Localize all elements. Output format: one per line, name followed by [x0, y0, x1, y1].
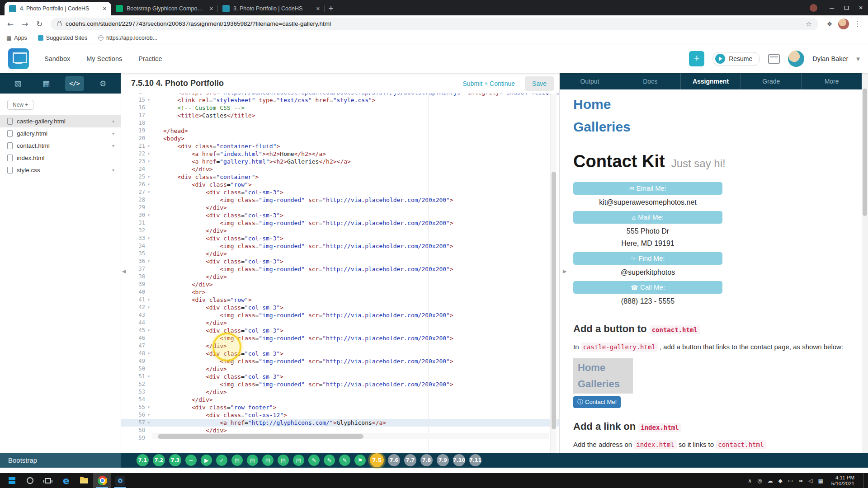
collapse-right-arrow[interactable]: ▶ — [563, 268, 566, 274]
calendar-icon[interactable]: ▦ — [37, 76, 56, 91]
browser-profile-icon[interactable] — [810, 4, 817, 12]
tab-grade[interactable]: Grade — [741, 73, 802, 89]
chevron-down-icon[interactable]: ▾ — [112, 119, 114, 124]
schedule-icon[interactable] — [768, 54, 780, 64]
fold-icon[interactable]: ▾ — [145, 142, 152, 150]
lesson-7.6[interactable]: 7.6 — [388, 454, 400, 466]
preview-home-link[interactable]: Home — [573, 97, 850, 112]
chevron-down-icon[interactable]: ▼ — [856, 56, 860, 61]
tab-close-icon[interactable]: ✕ — [209, 6, 213, 12]
fold-icon[interactable]: ▾ — [145, 158, 152, 165]
maximize-button[interactable] — [839, 0, 854, 15]
fold-icon[interactable] — [145, 196, 152, 204]
reload-button[interactable]: ↻ — [33, 18, 45, 30]
url-text[interactable]: codehs.com/student/2297743/section/20063… — [66, 20, 802, 27]
fold-icon[interactable]: ▾ — [145, 211, 152, 219]
lesson-7.11[interactable]: 7.11 — [469, 454, 481, 466]
shield-icon[interactable]: ◆ — [778, 478, 783, 484]
chevron-up-icon[interactable]: ∧ — [748, 478, 752, 484]
keyboard-icon[interactable]: ▦ — [818, 478, 823, 484]
address-bar[interactable]: codehs.com/student/2297743/section/20063… — [51, 18, 818, 30]
fold-icon[interactable] — [145, 396, 152, 404]
file-gallery.html[interactable]: gallery.html▾ — [0, 127, 121, 140]
fold-icon[interactable]: ▾ — [145, 304, 152, 311]
tab-output[interactable]: Output — [560, 73, 620, 89]
fold-icon[interactable] — [145, 281, 152, 288]
minimize-button[interactable]: — — [825, 0, 839, 15]
fold-icon[interactable]: ▾ — [145, 258, 152, 265]
show-desktop-button[interactable] — [863, 473, 866, 488]
submit-continue-button[interactable]: Submit + Continue — [458, 76, 521, 91]
volume-icon[interactable]: ◁ — [808, 478, 812, 484]
bookmark-item[interactable]: Suggested Sites — [38, 35, 87, 41]
start-button[interactable] — [3, 473, 21, 488]
fold-icon[interactable]: ▾ — [145, 373, 152, 380]
chrome-button[interactable] — [93, 473, 111, 488]
nav-sandbox[interactable]: Sandbox — [44, 55, 70, 62]
fold-icon[interactable] — [145, 388, 152, 396]
file-contact.html[interactable]: contact.html▾ — [0, 140, 121, 152]
fold-icon[interactable] — [145, 434, 152, 442]
lesson-7.7[interactable]: 7.7 — [404, 454, 416, 466]
fold-icon[interactable] — [145, 357, 152, 365]
lesson-7.10[interactable]: 7.10 — [453, 454, 465, 466]
contact-button[interactable]: ☎Call Me: — [573, 281, 722, 294]
people-icon[interactable]: ◎ — [757, 478, 762, 484]
fold-icon[interactable] — [145, 265, 152, 273]
browser-menu-icon[interactable]: ⋮ — [852, 18, 863, 30]
user-name[interactable]: Dylan Baker — [812, 55, 848, 62]
fold-icon[interactable] — [145, 112, 152, 119]
fold-icon[interactable] — [145, 250, 152, 258]
fold-icon[interactable]: ▾ — [145, 350, 152, 357]
example-item-icon[interactable]: ▤ — [247, 455, 258, 466]
panel-scrollbar[interactable] — [862, 73, 868, 453]
codehs-logo[interactable] — [8, 48, 29, 69]
lesson-7.5[interactable]: 7.5 — [370, 453, 384, 467]
exercise-item-icon[interactable]: ✎ — [324, 455, 335, 466]
fold-icon[interactable] — [145, 104, 152, 112]
fold-icon[interactable]: ▾ — [145, 327, 152, 334]
bookmark-item[interactable]: ▦Apps — [6, 35, 27, 41]
example-item-icon[interactable]: ▤ — [293, 455, 304, 466]
lesson-7.9[interactable]: 7.9 — [437, 454, 449, 466]
fold-icon[interactable]: ▾ — [145, 188, 152, 196]
file-index.html[interactable]: index.html — [0, 152, 121, 164]
fold-icon[interactable] — [145, 288, 152, 296]
check-item-icon[interactable]: ✓ — [216, 455, 227, 466]
fold-icon[interactable]: ▾ — [145, 150, 152, 158]
contact-button[interactable]: ✉Email Me: — [573, 182, 722, 195]
scrollbar-thumb[interactable] — [158, 434, 363, 439]
new-file-button[interactable]: New + — [7, 100, 33, 110]
badge-item-icon[interactable]: ⚑ — [354, 455, 366, 466]
fold-icon[interactable]: ▾ — [145, 181, 152, 188]
exercise-item-icon[interactable]: ✎ — [339, 455, 350, 466]
fold-icon[interactable]: ▾ — [145, 173, 152, 181]
collapse-left-arrow[interactable]: ◀ — [122, 268, 126, 274]
gear-icon[interactable]: ⚙ — [94, 76, 113, 91]
cloud-icon[interactable]: ☁ — [768, 478, 773, 484]
fold-icon[interactable] — [145, 127, 152, 135]
fold-icon[interactable] — [145, 334, 152, 342]
fold-icon[interactable]: ▾ — [145, 235, 152, 242]
editor-vertical-scrollbar[interactable] — [550, 94, 557, 453]
close-button[interactable]: ✕ — [854, 0, 868, 15]
file-style.css[interactable]: style.css▾ — [0, 164, 121, 176]
file-castle-gallery.html[interactable]: castle-gallery.html▾ — [0, 115, 121, 127]
tab-assignment[interactable]: Assignment — [681, 73, 741, 89]
edge-button[interactable]: e — [57, 473, 75, 488]
tab-close-icon[interactable]: ✕ — [316, 6, 320, 12]
lesson-7.1[interactable]: 7.1 — [137, 454, 149, 466]
fold-icon[interactable] — [145, 365, 152, 373]
extensions-icon[interactable]: ❖ — [824, 18, 835, 30]
task-view-button[interactable] — [39, 473, 57, 488]
fold-icon[interactable] — [145, 165, 152, 173]
editor-icon[interactable]: </> — [65, 76, 84, 91]
taskbar-clock[interactable]: 4:11 PM 5/10/2021 — [831, 475, 854, 487]
scrollbar-thumb[interactable] — [863, 89, 867, 216]
tab-more[interactable]: More — [802, 73, 862, 89]
minus-item-icon[interactable]: − — [185, 455, 197, 466]
fold-icon[interactable] — [145, 427, 152, 434]
fold-icon[interactable] — [145, 380, 152, 388]
nav-practice[interactable]: Practice — [138, 55, 162, 62]
fold-icon[interactable] — [145, 319, 152, 327]
